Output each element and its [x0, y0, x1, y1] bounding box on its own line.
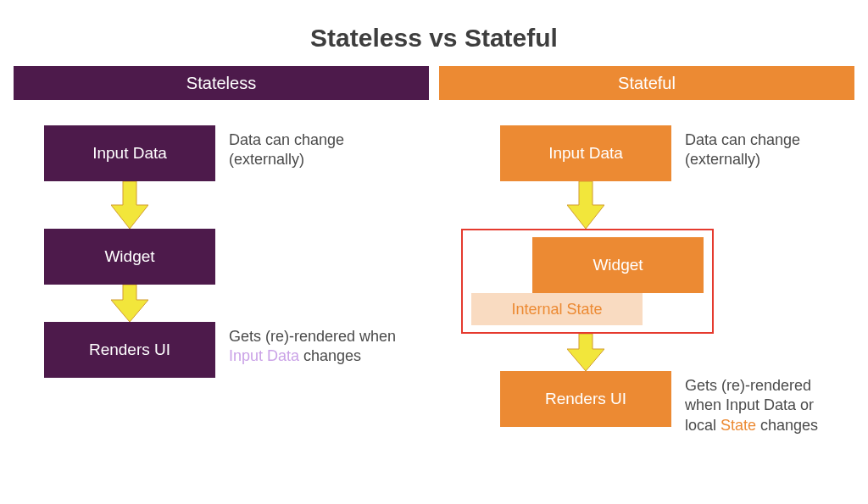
stateful-render-note: Gets (re)-rendered when Input Data or lo… [685, 376, 837, 435]
stateful-header: Stateful [439, 66, 854, 100]
arrow-down-icon [500, 334, 671, 371]
stateless-flow: Input Data Data can change (externally) … [14, 125, 429, 490]
stateful-input-data-box: Input Data [500, 125, 671, 181]
stateless-input-data-box: Input Data [44, 125, 215, 181]
stateful-render-box: Renders UI [500, 371, 671, 427]
arrow-down-icon [44, 285, 215, 322]
stateful-widget-box: Widget [532, 237, 704, 293]
stateful-internal-state-box: Internal State [471, 293, 643, 325]
page-title: Stateless vs Stateful [0, 24, 868, 53]
stateful-column: Stateful Input Data Data can change (ext… [439, 66, 854, 490]
diagram-columns: Stateless Input Data Data can change (ex… [0, 66, 868, 490]
stateless-widget-box: Widget [44, 229, 215, 285]
stateful-flow: Input Data Data can change (externally) … [439, 125, 854, 490]
stateless-render-note: Gets (re)-rendered when Input Data chang… [229, 327, 407, 367]
highlight-input-data: Input Data [229, 347, 299, 364]
stateless-render-box: Renders UI [44, 322, 215, 378]
stateful-input-note: Data can change (externally) [685, 130, 837, 170]
highlight-state: State [721, 417, 756, 434]
arrow-down-icon [44, 181, 215, 229]
stateless-column: Stateless Input Data Data can change (ex… [14, 66, 429, 490]
stateless-header: Stateless [14, 66, 429, 100]
arrow-down-icon [500, 181, 671, 229]
stateless-input-note: Data can change (externally) [229, 130, 407, 170]
stateful-widget-highlight-frame: Widget Internal State [461, 229, 714, 334]
